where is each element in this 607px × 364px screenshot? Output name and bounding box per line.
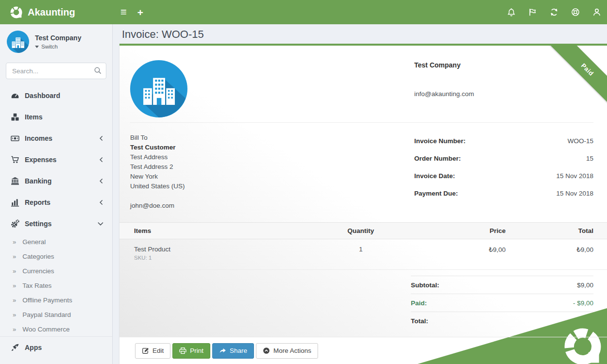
item-total: ₺9,00 — [519, 239, 607, 270]
company-block: Test Company Switch — [0, 24, 112, 59]
order-number-row: Order Number: 15 — [414, 149, 593, 167]
sidebar-toggle-icon[interactable]: ≡ — [120, 7, 127, 17]
chevron-left-icon — [99, 157, 103, 163]
sidebar-item-expenses[interactable]: Expenses — [0, 149, 112, 170]
invoice-company-logo — [130, 60, 187, 117]
double-angle-right-icon: » — [13, 311, 16, 318]
double-angle-right-icon: » — [13, 267, 16, 275]
sidebar-subitem-currencies[interactable]: » Currencies — [0, 264, 112, 278]
sidebar-item-reports[interactable]: Reports — [0, 192, 112, 213]
bar-chart-icon — [11, 198, 19, 207]
item-sku: SKU: 1 — [134, 255, 290, 261]
price-column-header: Price — [432, 223, 520, 239]
settings-submenu: » General » Categories » Currencies » Ta… — [0, 234, 112, 336]
invoice-card: Paid Test Company info@akaunting.com Bil… — [119, 44, 607, 364]
sidebar-subitem-offline-payments[interactable]: » Offline Payments — [0, 293, 112, 307]
search-icon[interactable] — [94, 66, 102, 75]
edit-button[interactable]: Edit — [135, 343, 170, 359]
double-angle-right-icon: » — [13, 326, 16, 333]
bill-to-block: Bill To Test Customer Test Address Test … — [130, 133, 185, 211]
topbar: Akaunting ≡ + — [0, 0, 607, 24]
sync-icon[interactable] — [550, 8, 558, 17]
topbar-left-actions: ≡ + — [120, 7, 143, 17]
bank-icon — [11, 177, 19, 185]
sidebar-search — [6, 63, 106, 79]
sidebar-subitem-tax-rates[interactable]: » Tax Rates — [0, 278, 112, 293]
gears-icon — [11, 219, 19, 228]
shopping-cart-icon — [11, 155, 19, 164]
item-name: Test Product — [134, 246, 290, 253]
share-icon — [219, 347, 226, 354]
dashboard-gauge-icon — [11, 91, 19, 100]
support-lifering-icon[interactable] — [571, 8, 580, 17]
total-column-header: Total — [519, 223, 607, 239]
quick-create-icon[interactable]: + — [137, 7, 143, 17]
sidebar-item-banking[interactable]: Banking — [0, 170, 112, 192]
brand-title: Akaunting — [28, 7, 75, 18]
subtotal-row: Subtotal: $9,00 — [411, 276, 593, 294]
sidebar-item-items[interactable]: Items — [0, 106, 112, 128]
customer-city: New York — [130, 172, 185, 182]
paid-row: Paid: - $9,00 — [411, 294, 593, 312]
chevron-left-icon — [99, 178, 103, 184]
more-actions-button[interactable]: More Actions — [256, 343, 318, 359]
sidebar-subitem-woo-commerce[interactable]: » Woo Commerce — [0, 322, 112, 336]
sidebar-item-settings[interactable]: Settings — [0, 213, 112, 234]
divider — [130, 122, 593, 123]
invoice-company-name: Test Company — [414, 61, 460, 69]
double-angle-right-icon: » — [13, 282, 16, 289]
sidebar-item-incomes[interactable]: Incomes — [0, 128, 112, 149]
invoice-details: Invoice Number: WOO-15 Order Number: 15 … — [414, 132, 593, 202]
money-icon — [11, 134, 19, 143]
print-icon — [179, 347, 186, 354]
items-column-header: Items — [119, 223, 290, 239]
company-name: Test Company — [35, 34, 81, 42]
main-content: Invoice: WOO-15 Paid Test Company info@a… — [113, 24, 607, 364]
item-price: ₺9,00 — [432, 239, 520, 270]
sidebar-item-dashboard[interactable]: Dashboard — [0, 85, 112, 106]
language-flag-icon[interactable] — [528, 8, 537, 17]
user-icon[interactable] — [592, 8, 601, 17]
sidebar-nav: Dashboard Items Incomes Expenses Banking… — [0, 85, 112, 358]
table-header-row: Items Quantity Price Total — [119, 223, 607, 239]
page-title: Invoice: WOO-15 — [113, 24, 607, 44]
company-avatar — [7, 31, 29, 53]
brand-logo-link[interactable]: Akaunting — [0, 6, 113, 19]
topbar-right-icons — [507, 8, 607, 17]
double-angle-right-icon: » — [13, 238, 16, 246]
invoice-company-email: info@akaunting.com — [414, 90, 474, 98]
chevron-left-icon — [99, 199, 103, 205]
share-button[interactable]: Share — [212, 343, 254, 359]
customer-country: United States (US) — [130, 182, 185, 191]
customer-email: john@doe.com — [130, 201, 185, 211]
bill-to-heading: Bill To — [130, 133, 185, 143]
sidebar-subitem-categories[interactable]: » Categories — [0, 249, 112, 264]
chevron-down-icon — [98, 221, 103, 226]
sidebar: Test Company Switch Dashboard Items Inco… — [0, 24, 113, 364]
chevron-left-icon — [99, 135, 103, 141]
sidebar-item-apps[interactable]: Apps — [0, 337, 112, 358]
customer-name: Test Customer — [130, 143, 185, 152]
double-angle-right-icon: » — [13, 297, 16, 304]
item-quantity: 1 — [290, 239, 431, 270]
invoice-date-row: Invoice Date: 15 Nov 2018 — [414, 167, 593, 184]
invoice-items-table: Items Quantity Price Total Test Product … — [119, 222, 607, 270]
company-switch-button[interactable]: Switch — [35, 44, 81, 50]
table-row: Test Product SKU: 1 1 ₺9,00 ₺9,00 — [119, 239, 607, 270]
quantity-column-header: Quantity — [290, 223, 431, 239]
akaunting-logo-icon — [10, 6, 23, 19]
paid-status-ribbon: Paid — [547, 44, 607, 110]
sidebar-subitem-general[interactable]: » General — [0, 234, 112, 249]
sidebar-subitem-paypal-standard[interactable]: » Paypal Standard — [0, 307, 112, 322]
customer-address2: Test Address 2 — [130, 162, 185, 172]
customer-address1: Test Address — [130, 152, 185, 162]
invoice-actions-bar: Edit Print Share More Actions — [119, 337, 607, 364]
rocket-icon — [11, 343, 19, 352]
double-angle-right-icon: » — [13, 253, 16, 260]
invoice-number-row: Invoice Number: WOO-15 — [414, 132, 593, 149]
search-input[interactable] — [6, 63, 106, 79]
notifications-bell-icon[interactable] — [507, 8, 516, 17]
print-button[interactable]: Print — [172, 343, 210, 359]
payment-due-row: Payment Due: 15 Nov 2018 — [414, 184, 593, 202]
cubes-icon — [11, 113, 19, 121]
